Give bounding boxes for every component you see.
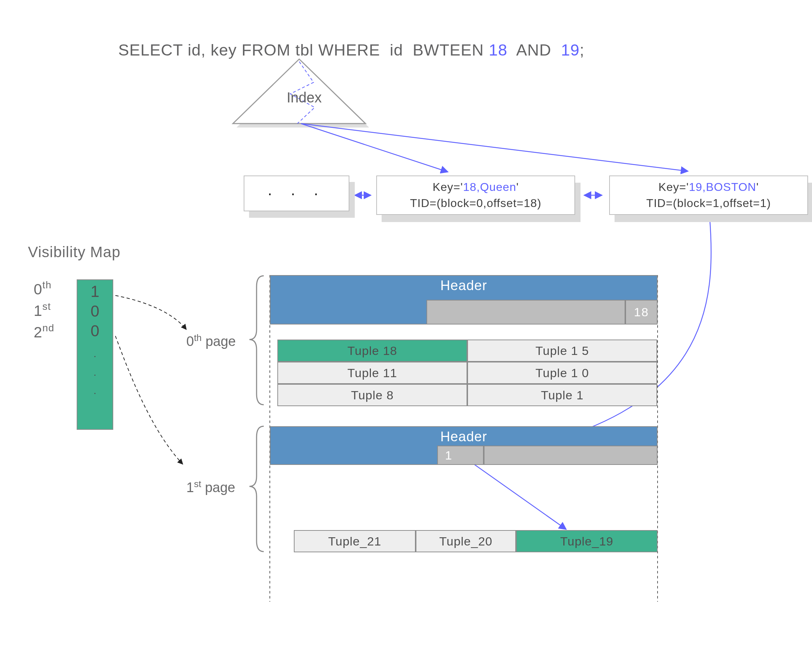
index-label: Index bbox=[287, 90, 322, 106]
svg-line-6 bbox=[466, 459, 566, 529]
leaf-n2-tid: TID=(block=1,offset=1) bbox=[610, 195, 807, 211]
page0-pointer-label: 18 bbox=[634, 305, 649, 319]
vm-bit-0: 1 bbox=[78, 282, 113, 301]
leaf-n1-tid: TID=(block=0,offset=18) bbox=[377, 195, 574, 211]
sql-mid: AND bbox=[507, 41, 561, 59]
page0-tuple-11: Tuple 11 bbox=[277, 362, 467, 384]
vm-ord-2: 2nd bbox=[34, 323, 55, 341]
page0-tuple-10: Tuple 1 0 bbox=[467, 362, 657, 384]
sql-suffix: ; bbox=[580, 41, 585, 59]
page1-tuple-20: Tuple_20 bbox=[416, 530, 516, 552]
page0-tuple-8: Tuple 8 bbox=[277, 384, 467, 406]
sql-literal-1: 18 bbox=[489, 41, 507, 59]
visibility-map-title: Visibility Map bbox=[28, 244, 121, 261]
vm-dot-c: · bbox=[78, 387, 113, 399]
page0-tuple-1: Tuple 1 bbox=[467, 384, 657, 406]
sql-query: SELECT id, key FROM tbl WHERE id BWTEEN … bbox=[99, 22, 585, 78]
sql-prefix: SELECT id, key FROM tbl WHERE id BWTEEN bbox=[118, 41, 489, 59]
leaf-n1-key: Key='18,Queen' bbox=[377, 179, 574, 195]
page0-header-label: Header bbox=[270, 276, 657, 293]
page-label-0: 0th page bbox=[186, 332, 236, 349]
vm-bit-2: 0 bbox=[78, 321, 113, 341]
svg-line-2 bbox=[301, 123, 448, 172]
page1-tuple-19: Tuple_19 bbox=[516, 530, 658, 552]
vm-dot-b: · bbox=[78, 369, 113, 381]
diagram-stage: SELECT id, key FROM tbl WHERE id BWTEEN … bbox=[0, 0, 812, 649]
page0-pointer-18: 18 bbox=[625, 300, 658, 324]
page0-tuple-15: Tuple 1 5 bbox=[467, 340, 657, 362]
vm-ord-0: 0th bbox=[34, 280, 52, 298]
leaf-node-1: Key='18,Queen' TID=(block=0,offset=18) bbox=[376, 175, 575, 215]
page1-header-label: Header bbox=[270, 427, 657, 445]
page1-tuple-21: Tuple_21 bbox=[294, 530, 416, 552]
page1-pointer-label: 1 bbox=[445, 448, 453, 462]
page0-pointer-strip bbox=[426, 300, 625, 324]
page-label-1: 1st page bbox=[186, 478, 235, 495]
page0-tuple-18: Tuple 18 bbox=[277, 340, 467, 362]
leaf-dots-text: · · · bbox=[268, 184, 325, 203]
vm-ord-1: 1st bbox=[34, 302, 51, 320]
vm-bit-1: 0 bbox=[78, 301, 113, 321]
leaf-node-2: Key='19,BOSTON' TID=(block=1,offset=1) bbox=[609, 175, 808, 215]
vm-dot-a: · bbox=[78, 350, 113, 362]
sql-literal-2: 19 bbox=[561, 41, 580, 59]
leaf-node-dots: · · · bbox=[244, 175, 350, 211]
page1-pointer-strip bbox=[484, 446, 658, 465]
visibility-map-strip: 1 0 0 · · · bbox=[77, 279, 113, 430]
page1-pointer-1: 1 bbox=[437, 446, 484, 465]
leaf-n2-key: Key='19,BOSTON' bbox=[610, 179, 807, 195]
svg-line-3 bbox=[301, 123, 688, 171]
